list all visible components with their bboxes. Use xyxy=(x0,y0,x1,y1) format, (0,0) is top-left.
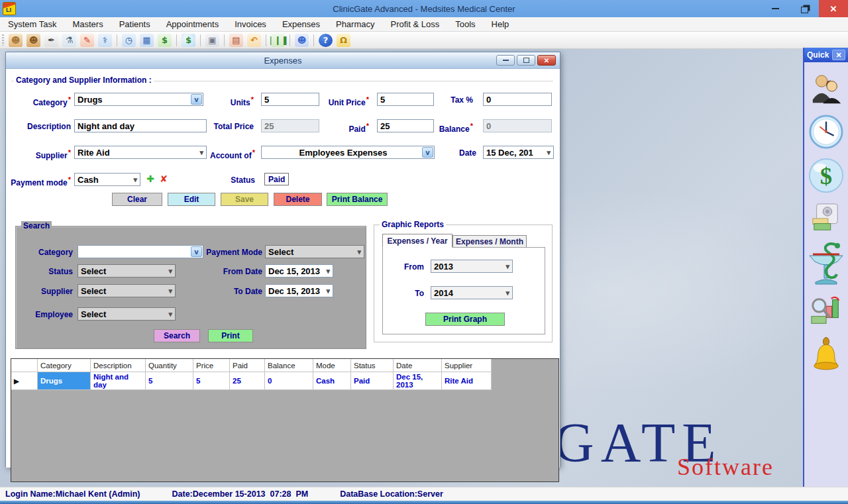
from-date-picker[interactable]: Dec 15, 2013 xyxy=(265,264,333,277)
grid-cell[interactable]: Paid xyxy=(351,372,394,390)
menu-tools[interactable]: Tools xyxy=(447,17,483,32)
menu-pharmacy[interactable]: Pharmacy xyxy=(328,17,383,32)
alerts-bell-icon[interactable]: Ω xyxy=(337,34,350,47)
account-of-combo[interactable]: Employees Expenses v xyxy=(261,146,435,159)
grid-cell[interactable]: 25 xyxy=(230,372,265,390)
to-date-picker[interactable]: Dec 15, 2013 xyxy=(265,284,333,297)
grid-header[interactable]: Mode xyxy=(313,359,351,372)
search-employee-select[interactable]: Select xyxy=(78,307,176,321)
description-input[interactable]: Night and day xyxy=(74,119,207,132)
invoice-money-icon[interactable]: $ xyxy=(158,34,172,47)
print-button[interactable]: Print xyxy=(208,329,253,342)
safe-icon[interactable]: ▣ xyxy=(205,34,219,47)
menu-expenses[interactable]: Expenses xyxy=(274,17,328,32)
grid-header[interactable]: Date xyxy=(394,359,442,372)
search-status-select[interactable]: Select xyxy=(78,264,176,277)
edit-button[interactable]: Edit xyxy=(168,193,215,206)
expenses-quick-icon[interactable] xyxy=(811,202,841,232)
save-button[interactable]: Save xyxy=(221,193,268,206)
help-icon[interactable]: ? xyxy=(319,34,333,47)
grid-cell[interactable]: 5 xyxy=(146,372,193,390)
profit-loss-quick-icon[interactable] xyxy=(810,295,843,328)
grid-cell[interactable]: Dec 15, 2013 xyxy=(394,372,442,390)
close-button[interactable] xyxy=(819,0,848,17)
chevron-down-icon[interactable]: v xyxy=(191,246,202,257)
appointments-clock-icon[interactable]: ◷ xyxy=(122,34,136,47)
grid-header[interactable]: Quantity xyxy=(146,359,193,372)
restore-button[interactable] xyxy=(790,0,819,17)
grid-cell[interactable]: 5 xyxy=(193,372,230,390)
expenses-close-button[interactable] xyxy=(537,55,556,66)
menu-profit-loss[interactable]: Profit & Loss xyxy=(383,17,448,32)
graph-from-select[interactable]: 2013 xyxy=(431,260,513,273)
grid-header[interactable]: Status xyxy=(351,359,394,372)
add-payment-mode-icon[interactable]: ✚ xyxy=(145,174,156,184)
patient-icon[interactable]: ☻ xyxy=(26,34,40,47)
appointments-quick-icon[interactable] xyxy=(809,115,843,149)
date-combo[interactable]: 15 Dec, 201 xyxy=(483,146,554,159)
menu-masters[interactable]: Masters xyxy=(64,17,111,32)
print-graph-button[interactable]: Print Graph xyxy=(425,313,505,326)
search-payment-mode-select[interactable]: Select xyxy=(265,245,364,258)
unit-price-input[interactable]: 5 xyxy=(377,93,434,106)
pharmacy-box-icon[interactable]: ▤ xyxy=(229,34,243,47)
grid-header[interactable]: Balance xyxy=(265,359,313,372)
search-supplier-select[interactable]: Select xyxy=(78,284,176,297)
menu-help[interactable]: Help xyxy=(484,17,517,32)
expenses-titlebar[interactable]: Expenses xyxy=(6,52,560,69)
paid-input[interactable]: 25 xyxy=(377,119,434,132)
expenses-minimize-button[interactable] xyxy=(496,55,515,66)
menu-system-task[interactable]: System Task xyxy=(0,17,64,32)
pharmacy-quick-icon[interactable] xyxy=(808,241,845,286)
expenses-grid[interactable]: Category Description Quantity Price Paid… xyxy=(11,358,559,482)
profit-chart-icon[interactable]: ❘❙❚ xyxy=(271,34,285,47)
prescription-icon[interactable]: ✎ xyxy=(80,34,94,47)
patients-quick-icon[interactable] xyxy=(810,73,843,106)
tools-icon[interactable]: ☻ xyxy=(295,34,309,47)
grid-header[interactable]: Description xyxy=(91,359,146,372)
grid-cell[interactable]: Rite Aid xyxy=(442,372,492,390)
lab-icon[interactable]: ⚗ xyxy=(62,34,76,47)
quick-close-icon[interactable]: ✕ xyxy=(832,50,845,60)
minimize-button[interactable] xyxy=(761,0,790,17)
remove-payment-mode-icon[interactable]: ✘ xyxy=(158,174,169,184)
medical-services-icon[interactable]: ⚕ xyxy=(98,34,112,47)
expenses-dollar-icon[interactable]: $ xyxy=(182,34,195,47)
invoices-quick-icon[interactable]: $ xyxy=(808,158,844,193)
menu-invoices[interactable]: Invoices xyxy=(227,17,274,32)
tab-expenses-month[interactable]: Expenses / Month xyxy=(452,235,527,248)
supplier-combo[interactable]: Rite Aid xyxy=(74,146,207,159)
reminders-quick-icon[interactable] xyxy=(812,336,841,374)
menu-bar: System TaskMastersPatientsAppointmentsIn… xyxy=(0,17,848,32)
signature-icon[interactable]: ✒ xyxy=(44,34,58,47)
grid-data-row[interactable]: ▶ Drugs Night and day 5 5 25 0 Cash Paid… xyxy=(11,372,558,390)
refund-icon[interactable]: ↶ xyxy=(247,34,261,47)
grid-header[interactable]: Price xyxy=(193,359,230,372)
grid-cell[interactable]: Cash xyxy=(313,372,351,390)
units-input[interactable]: 5 xyxy=(261,93,319,106)
tab-expenses-year[interactable]: Expenses / Year xyxy=(382,234,452,248)
print-balance-button[interactable]: Print Balance xyxy=(327,193,388,206)
graph-to-select[interactable]: 2014 xyxy=(431,286,513,299)
grid-header[interactable]: Supplier xyxy=(442,359,492,372)
search-button[interactable]: Search xyxy=(154,329,200,342)
grid-cell[interactable]: Drugs xyxy=(38,372,91,390)
chevron-down-icon[interactable]: v xyxy=(191,94,202,105)
tax-input[interactable]: 0 xyxy=(483,93,552,106)
grid-cell[interactable]: 0 xyxy=(265,372,313,390)
delete-button[interactable]: Delete xyxy=(274,193,322,206)
menu-patients[interactable]: Patients xyxy=(111,17,158,32)
patients-group-icon[interactable]: ☻ xyxy=(9,34,23,47)
grid-cell[interactable]: Night and day xyxy=(91,372,146,390)
grid-header[interactable]: Category xyxy=(38,359,91,372)
menu-appointments[interactable]: Appointments xyxy=(158,17,227,32)
search-category-combo[interactable]: v xyxy=(78,245,203,258)
app-logo-icon xyxy=(3,2,16,15)
grid-header[interactable]: Paid xyxy=(230,359,265,372)
expenses-maximize-button[interactable] xyxy=(517,55,535,66)
payment-mode-combo[interactable]: Cash xyxy=(74,173,140,186)
clear-button[interactable]: Clear xyxy=(112,193,162,206)
category-combo[interactable]: Drugs v xyxy=(74,93,203,106)
calendar-icon[interactable]: ▦ xyxy=(140,34,154,47)
chevron-down-icon[interactable]: v xyxy=(422,147,433,158)
